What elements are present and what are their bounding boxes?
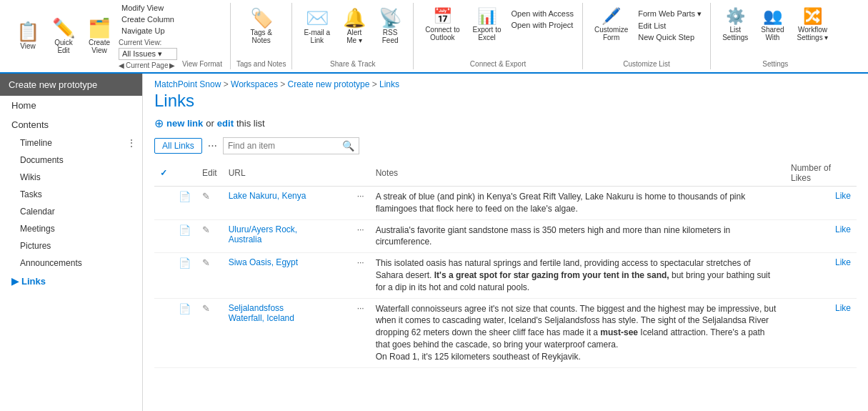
toolbar-dots-button[interactable]: ··· (208, 139, 217, 152)
current-view-label: Current View: (119, 39, 177, 46)
link-seljalandsfoss[interactable]: SeljalandsfossWaterfall, Iceland (229, 303, 294, 323)
breadcrumb-matchpoint[interactable]: MatchPoint Snow (154, 79, 221, 89)
search-icon[interactable]: 🔍 (342, 140, 354, 152)
new-quick-step-button[interactable]: New Quick Step (635, 32, 704, 42)
sidebar-contents-label: Contents (11, 119, 49, 130)
edit-list-button[interactable]: Edit List (635, 21, 704, 31)
new-quick-step-label: New Quick Step (638, 33, 694, 41)
workflow-settings-label: WorkflowSettings ▾ (797, 26, 829, 41)
connect-outlook-button[interactable]: 📅 Connect toOutlook (419, 6, 465, 44)
search-input[interactable] (228, 141, 342, 151)
list-settings-button[interactable]: ⚙️ ListSettings (717, 6, 754, 44)
row1-check (154, 187, 173, 220)
breadcrumb-prototype[interactable]: Create new prototype (288, 79, 370, 89)
row2-note-text: Australia's favorite giant sandstone mas… (376, 225, 731, 247)
sidebar-item-timeline[interactable]: Timeline (0, 134, 126, 152)
sidebar-item-contents[interactable]: Contents (0, 115, 142, 134)
ribbon-group-settings: ⚙️ ListSettings 👥 SharedWith 🔀 WorkflowS… (711, 3, 839, 69)
edit-icon[interactable]: ✎ (202, 303, 210, 314)
timeline-dots[interactable]: ⋮ (126, 137, 142, 149)
export-excel-label: Export toExcel (473, 26, 502, 41)
row2-like-button[interactable]: Like (835, 224, 851, 234)
export-excel-button[interactable]: 📊 Export toExcel (467, 6, 507, 44)
current-view-dropdown[interactable]: All Issues ▾ (119, 48, 177, 60)
document-icon: 📄 (179, 224, 191, 236)
sidebar-documents-label: Documents (20, 155, 64, 165)
link-lake-nakuru[interactable]: Lake Nakuru, Kenya (229, 191, 306, 201)
row4-like-button[interactable]: Like (835, 303, 851, 313)
table-row: 📄 ✎ Lake Nakuru, Kenya ··· A streak of b… (154, 187, 857, 220)
sidebar-item-wikis[interactable]: Wikis (0, 169, 142, 186)
breadcrumb-workspaces[interactable]: Workspaces (231, 79, 278, 89)
row4-ellipsis-button[interactable]: ··· (357, 303, 364, 313)
row3-like-button[interactable]: Like (835, 257, 851, 267)
customize-form-button[interactable]: 🖊️ CustomizeForm (589, 6, 634, 44)
col-ellipsis-header (351, 160, 370, 187)
row2-ellipsis-button[interactable]: ··· (357, 224, 364, 234)
ribbon-group-customize: 🖊️ CustomizeForm Form Web Parts ▾ Edit L… (583, 3, 711, 69)
tags-icon: 🏷️ (250, 9, 273, 27)
open-project-button[interactable]: Open with Project (509, 20, 577, 30)
sidebar-item-home[interactable]: Home (0, 96, 142, 115)
row3-edit: ✎ (196, 253, 223, 298)
row1-note-text: A streak of blue (and pink) in Kenya's G… (376, 192, 745, 214)
sidebar-item-calendar[interactable]: Calendar (0, 203, 142, 220)
navigate-up-button[interactable]: Navigate Up (119, 26, 177, 36)
outlook-icon: 📅 (433, 9, 452, 24)
row2-notes: Australia's favorite giant sandstone mas… (370, 219, 785, 253)
shared-with-button[interactable]: 👥 SharedWith (755, 6, 789, 44)
edit-icon[interactable]: ✎ (202, 257, 210, 268)
links-arrow-icon: ▶ (11, 276, 19, 287)
form-web-parts-button[interactable]: Form Web Parts ▾ (635, 9, 704, 19)
link-siwa[interactable]: Siwa Oasis, Egypt (229, 257, 298, 267)
open-access-button[interactable]: Open with Access (509, 9, 577, 19)
row2-doc-icon: 📄 (173, 219, 196, 253)
sidebar-timeline-row: Timeline ⋮ (0, 134, 142, 152)
row2-likes: Like (785, 219, 857, 253)
rss-feed-button[interactable]: 📡 RSSFeed (373, 6, 407, 47)
open-project-label: Open with Project (512, 21, 574, 29)
or-text: or (206, 118, 214, 129)
sidebar-item-documents[interactable]: Documents (0, 152, 142, 169)
view-button[interactable]: 📋 View (11, 3, 44, 69)
row3-doc-icon: 📄 (173, 253, 196, 298)
edit-icon[interactable]: ✎ (202, 224, 210, 235)
sidebar-item-meetings[interactable]: Meetings (0, 220, 142, 237)
tags-notes-button[interactable]: 🏷️ Tags &Notes (244, 6, 279, 47)
row1-like-button[interactable]: Like (835, 191, 851, 201)
edit-list-label: Edit List (638, 21, 666, 30)
row2-edit: ✎ (196, 219, 223, 253)
sidebar-item-pictures[interactable]: Pictures (0, 237, 142, 254)
row3-ellipsis-button[interactable]: ··· (357, 257, 364, 267)
sidebar-links-label: Links (21, 276, 46, 287)
workflow-settings-button[interactable]: 🔀 WorkflowSettings ▾ (792, 6, 834, 44)
row1-ellipsis-button[interactable]: ··· (357, 191, 364, 201)
sidebar: Create new prototype Home Contents Timel… (0, 74, 143, 411)
email-link-button[interactable]: ✉️ E-mail aLink (298, 6, 336, 47)
row2-check (154, 219, 173, 253)
sidebar-item-announcements[interactable]: Announcements (0, 254, 142, 272)
edit-icon[interactable]: ✎ (202, 191, 210, 202)
search-box: 🔍 (223, 137, 359, 154)
quick-edit-button[interactable]: ✏️ QuickEdit (47, 3, 80, 69)
create-column-button[interactable]: Create Column (119, 14, 177, 24)
create-column-label: Create Column (121, 15, 174, 24)
row3-bold-text: It's a great spot for star gazing from y… (434, 270, 669, 280)
col-notes-header: Notes (370, 160, 785, 187)
row2-url: Uluru/Ayers Rock,Australia (223, 219, 351, 253)
breadcrumb-links[interactable]: Links (379, 79, 399, 89)
create-view-button[interactable]: 🗂️ CreateView (83, 3, 116, 69)
all-links-button[interactable]: All Links (154, 138, 202, 154)
sidebar-item-tasks[interactable]: Tasks (0, 186, 142, 203)
modify-view-button[interactable]: Modify View (119, 3, 177, 13)
new-link-button[interactable]: new link (166, 118, 203, 129)
form-web-parts-label: Form Web Parts ▾ (638, 9, 702, 19)
link-uluru[interactable]: Uluru/Ayers Rock,Australia (229, 224, 297, 244)
col-url-header: URL (223, 160, 351, 187)
alert-me-button[interactable]: 🔔 AlertMe ▾ (337, 6, 371, 47)
sidebar-item-links[interactable]: ▶ Links (0, 272, 142, 291)
customize-form-label: CustomizeForm (594, 26, 628, 41)
row3-dots: ··· (351, 253, 370, 298)
page-title: Links (154, 91, 857, 111)
edit-list-link[interactable]: edit (217, 118, 234, 129)
